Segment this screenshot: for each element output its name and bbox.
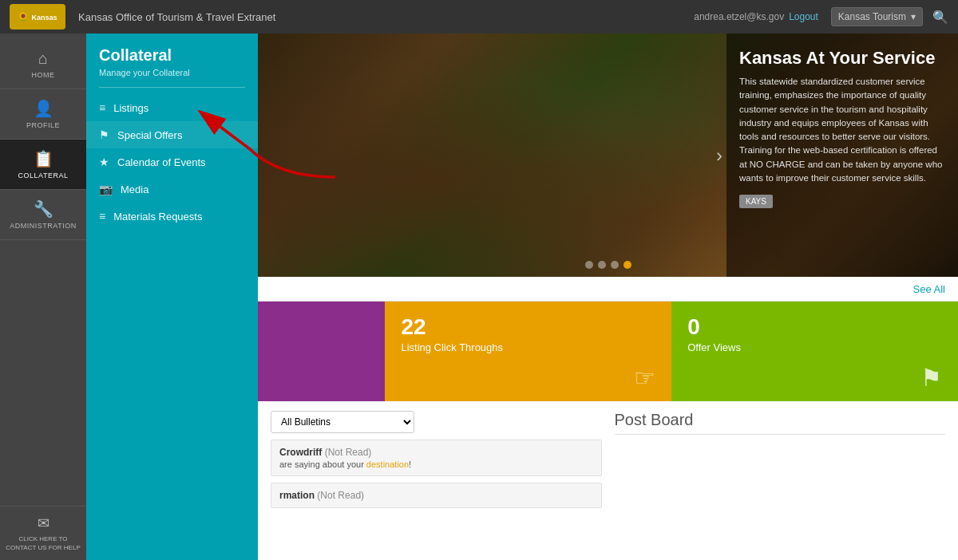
- star-icon: ★: [99, 156, 109, 168]
- menu-item-calendar[interactable]: ★ Calendar of Events: [86, 148, 258, 175]
- home-icon: ⌂: [38, 49, 48, 68]
- menu-item-media[interactable]: 📷 Media: [86, 175, 258, 203]
- stat-clicks-label: Listing Click Throughs: [401, 341, 655, 353]
- postboard-column: Post Board: [615, 411, 946, 550]
- hero-dot-1[interactable]: [585, 261, 593, 269]
- sidebar-item-home[interactable]: ⌂ HOME: [0, 40, 86, 89]
- logo-text: 🌻 Kansas: [18, 12, 57, 22]
- contact-help-button[interactable]: ✉ CLICK HERE TO CONTACT US FOR HELP: [0, 506, 86, 560]
- materials-icon: ≡: [99, 210, 105, 223]
- stat-offer-views: 0 Offer Views ⚑: [671, 302, 958, 401]
- main-layout: ⌂ HOME 👤 PROFILE 📋 COLLATERAL 🔧 ADMINIST…: [0, 34, 958, 560]
- menu-item-listings[interactable]: ≡ Listings: [86, 94, 258, 121]
- stat-listing-clicks: 22 Listing Click Throughs ☞: [385, 302, 671, 401]
- hero-dot-4[interactable]: [623, 261, 631, 269]
- list-icon: ≡: [99, 101, 105, 114]
- hero-next-button[interactable]: ›: [716, 144, 722, 167]
- stat-purple-block: [258, 302, 385, 401]
- postboard-title: Post Board: [615, 411, 946, 435]
- tenant-dropdown[interactable]: Kansas Tourism ▾: [831, 7, 923, 26]
- sub-sidebar-title: Collateral: [86, 46, 258, 68]
- hero-title: Kansas At Your Service: [739, 48, 945, 69]
- left-sidebar: ⌂ HOME 👤 PROFILE 📋 COLLATERAL 🔧 ADMINIST…: [0, 34, 86, 560]
- hero-dot-3[interactable]: [611, 261, 619, 269]
- envelope-icon: ✉: [38, 515, 49, 532]
- content-area: Kansas At Your Service This statewide st…: [258, 34, 958, 560]
- stat-offers-number: 0: [687, 316, 942, 338]
- sub-sidebar-divider: [99, 87, 245, 88]
- hero-text-overlay: Kansas At Your Service This statewide st…: [726, 34, 958, 277]
- sub-sidebar-subtitle: Manage your Collateral: [86, 68, 258, 87]
- flag-icon: ⚑: [99, 128, 109, 141]
- sidebar-item-collateral[interactable]: 📋 COLLATERAL: [0, 140, 86, 190]
- bulletin-item-title: Crowdriff (Not Read): [279, 447, 593, 458]
- stat-clicks-number: 22: [401, 316, 655, 338]
- bulletin-item-crowdriff: Crowdriff (Not Read) are saying about yo…: [271, 440, 602, 476]
- stat-offers-label: Offer Views: [687, 341, 942, 353]
- menu-item-materials[interactable]: ≡ Materials Requests: [86, 203, 258, 230]
- hero-body: This statewide standardized customer ser…: [739, 75, 945, 185]
- bottom-section: All Bulletins Crowdriff (Not Read) are s…: [258, 401, 958, 560]
- logo: 🌻 Kansas: [10, 4, 65, 30]
- user-email: andrea.etzel@ks.gov: [694, 11, 784, 22]
- hero-dot-2[interactable]: [598, 261, 606, 269]
- bulletin-select-row: All Bulletins: [271, 411, 602, 433]
- search-icon[interactable]: 🔍: [932, 10, 948, 25]
- collateral-icon: 📋: [34, 149, 53, 168]
- topbar: 🌻 Kansas Kansas Office of Tourism & Trav…: [0, 0, 958, 34]
- hero-banner: Kansas At Your Service This statewide st…: [258, 34, 958, 277]
- see-all-link[interactable]: See All: [913, 283, 945, 295]
- logout-link[interactable]: Logout: [789, 11, 818, 22]
- hero-badge: KAYS: [739, 195, 773, 208]
- offer-flag-icon: ⚑: [920, 364, 942, 392]
- stats-row: 22 Listing Click Throughs ☞ 0 Offer View…: [258, 302, 958, 401]
- bulletin-column: All Bulletins Crowdriff (Not Read) are s…: [271, 411, 602, 550]
- site-title: Kansas Office of Tourism & Travel Extran…: [78, 11, 694, 23]
- sub-sidebar: Collateral Manage your Collateral ≡ List…: [86, 34, 258, 560]
- bulletin-filter-select[interactable]: All Bulletins: [271, 411, 414, 433]
- menu-item-special-offers[interactable]: ⚑ Special Offers: [86, 121, 258, 148]
- bulletin-item-body: are saying about your destination!: [279, 459, 593, 469]
- bulletin-item-rmation: rmation (Not Read): [271, 483, 602, 508]
- sidebar-item-profile[interactable]: 👤 PROFILE: [0, 89, 86, 140]
- hero-dots: [585, 261, 631, 269]
- profile-icon: 👤: [34, 99, 53, 118]
- sidebar-item-administration[interactable]: 🔧 ADMINISTRATION: [0, 190, 86, 240]
- admin-icon: 🔧: [34, 199, 53, 219]
- camera-icon: 📷: [99, 183, 113, 195]
- bulletin-item-title-2: rmation (Not Read): [279, 490, 593, 501]
- pointer-icon: ☞: [634, 364, 655, 392]
- see-all-bar: See All: [258, 277, 958, 302]
